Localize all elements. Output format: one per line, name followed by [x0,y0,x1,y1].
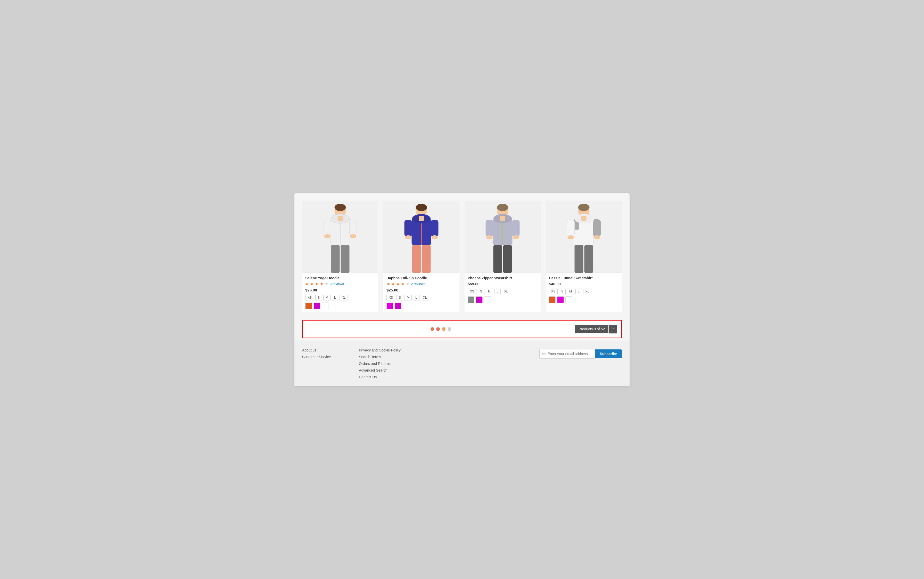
product-image-2[interactable] [383,201,459,273]
product-name[interactable]: Daphne Full-Zip Hoodie [387,276,456,280]
product-price: $25.00 [387,288,456,292]
product-info: Selene Yoga Hoodie★★★★★3 reviews$26.00XS… [302,276,378,309]
stars-row: ★★★★★3 reviews [305,281,375,286]
size-button[interactable]: XS [305,295,314,301]
footer-middle-link[interactable]: Search Terms [359,355,431,359]
size-button[interactable]: XS [549,289,558,294]
star-icon: ★ [406,281,410,286]
footer-col-newsletter: ✉ Subscribe [539,348,622,379]
pagination-bar: Products 8 of 52 ↑ [302,320,622,338]
color-swatch[interactable] [565,296,572,303]
footer-left-link[interactable]: About us [302,348,354,352]
color-swatch[interactable] [476,296,483,303]
svg-rect-10 [338,216,343,221]
color-options [549,296,619,303]
svg-point-9 [350,234,356,238]
svg-rect-51 [575,245,583,273]
size-button[interactable]: XL [502,289,511,294]
email-icon: ✉ [542,352,546,357]
products-count-label: Products 8 of 52 [575,325,608,333]
color-options [387,303,456,309]
email-input-wrap: ✉ [539,349,595,359]
star-icon: ★ [320,281,323,286]
footer-middle-link[interactable]: Orders and Returns [359,361,431,366]
color-swatch[interactable] [313,303,320,309]
pagination-dot-4[interactable] [447,327,451,331]
color-swatch[interactable] [387,303,393,309]
size-button[interactable]: S [559,289,566,294]
svg-rect-20 [431,220,439,237]
product-info: Phoebe Zipper Sweatshirt$59.00XSSMLXL [465,276,541,303]
svg-point-21 [405,235,411,239]
subscribe-button[interactable]: Subscribe [595,349,622,358]
product-name[interactable]: Selene Yoga Hoodie [305,276,375,280]
svg-point-22 [432,235,438,239]
svg-rect-19 [405,220,412,237]
size-button[interactable]: S [478,289,485,294]
size-button[interactable]: L [332,295,338,301]
svg-rect-37 [493,245,502,273]
star-icon: ★ [325,281,328,286]
size-button[interactable]: M [486,289,493,294]
color-swatch[interactable] [322,303,328,309]
footer-middle-link[interactable]: Privacy and Cookie Policy [359,348,431,352]
svg-rect-36 [500,216,505,221]
star-icon: ★ [392,281,395,286]
size-button[interactable]: L [494,289,501,294]
size-button[interactable]: M [567,289,574,294]
product-card: Selene Yoga Hoodie★★★★★3 reviews$26.00XS… [302,201,378,312]
review-link[interactable]: 2 reviews [411,282,425,286]
size-button[interactable]: S [396,295,403,301]
size-button[interactable]: M [323,295,331,301]
pagination-dot-2[interactable] [436,327,440,331]
star-icon: ★ [310,281,313,286]
color-swatch[interactable] [305,303,312,309]
footer-left-link[interactable]: Customer Service [302,355,354,359]
product-card: Daphne Full-Zip Hoodie★★★★★2 reviews$25.… [383,201,459,312]
svg-rect-38 [503,245,512,273]
product-info: Cassia Funnel Sweatshirt$48.00XSSMLXL [546,276,622,303]
svg-rect-33 [512,220,520,237]
color-swatch[interactable] [468,296,474,303]
size-button[interactable]: L [413,295,419,301]
star-icon: ★ [315,281,318,286]
svg-rect-25 [422,245,431,273]
color-swatch[interactable] [395,303,401,309]
size-button[interactable]: XL [339,295,348,301]
color-swatch[interactable] [484,296,491,303]
color-swatch[interactable] [549,296,555,303]
review-link[interactable]: 3 reviews [330,282,344,286]
product-name[interactable]: Phoebe Zipper Sweatshirt [468,276,537,280]
product-info: Daphne Full-Zip Hoodie★★★★★2 reviews$25.… [383,276,459,309]
size-button[interactable]: XS [468,289,477,294]
size-button[interactable]: S [315,295,322,301]
svg-rect-52 [585,245,593,273]
scroll-top-button[interactable]: ↑ [609,325,617,334]
product-image-1[interactable] [302,201,378,273]
pagination-dots [307,327,575,331]
footer-middle-link[interactable]: Contact Us [359,375,431,379]
color-options [468,296,537,303]
color-swatch[interactable] [557,296,564,303]
products-grid: Selene Yoga Hoodie★★★★★3 reviews$26.00XS… [302,201,622,317]
email-input[interactable] [547,352,592,356]
size-button[interactable]: XL [583,289,592,294]
size-button[interactable]: XS [387,295,395,301]
products-count-btn: Products 8 of 52 ↑ [575,325,617,334]
star-icon: ★ [387,281,390,286]
product-image-3[interactable] [465,201,541,273]
product-image-4[interactable] [546,201,622,273]
color-options [305,303,375,309]
pagination-dot-1[interactable] [431,327,434,331]
footer-middle-link[interactable]: Advanced Search [359,368,431,372]
size-button[interactable]: M [405,295,412,301]
size-options: XSSMLXL [468,289,537,294]
svg-rect-46 [567,220,575,237]
size-button[interactable]: L [575,289,582,294]
footer: About usCustomer Service Privacy and Coo… [295,341,629,386]
star-icon: ★ [305,281,309,286]
size-button[interactable]: XL [421,295,429,301]
pagination-dot-3[interactable] [442,327,446,331]
svg-point-49 [594,235,600,239]
product-name[interactable]: Cassia Funnel Sweatshirt [549,276,619,280]
